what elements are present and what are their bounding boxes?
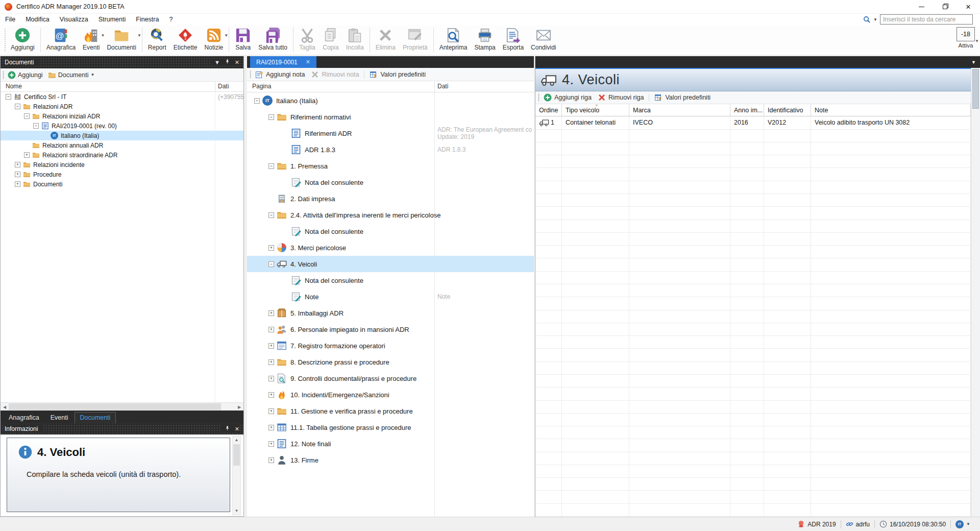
page-item-11-gestione-e-verifica-prassi-e-procedur[interactable]: +11. Gestione e verifica prassi e proced… bbox=[247, 403, 534, 419]
grid-empty-cell[interactable] bbox=[535, 130, 562, 142]
grid-empty-row[interactable] bbox=[535, 142, 971, 155]
grid-empty-cell[interactable] bbox=[629, 284, 730, 297]
grid-empty-cell[interactable] bbox=[562, 414, 629, 426]
grid-empty-row[interactable] bbox=[535, 233, 971, 246]
grid-empty-row[interactable] bbox=[535, 504, 971, 517]
grid-empty-cell[interactable] bbox=[764, 284, 811, 297]
tree-item-relazioni-incidente[interactable]: +Relazioni incidente bbox=[1, 160, 243, 170]
grid-empty-cell[interactable] bbox=[535, 426, 562, 439]
grid-empty-row[interactable] bbox=[535, 439, 971, 452]
grid-empty-cell[interactable] bbox=[562, 168, 629, 180]
elimina-button[interactable]: Elimina bbox=[372, 25, 399, 55]
grid-empty-cell[interactable] bbox=[562, 375, 629, 387]
grid-empty-cell[interactable] bbox=[811, 375, 971, 387]
grid-column-tipo-veicolo[interactable]: ˅Tipo veicolo bbox=[562, 104, 629, 116]
grid-empty-cell[interactable] bbox=[811, 349, 971, 361]
grid-empty-cell[interactable] bbox=[811, 155, 971, 167]
page-item-6-personale-impiegato-in-mansioni-adr[interactable]: +6. Personale impiegato in mansioni ADR bbox=[247, 321, 534, 337]
minimize-button[interactable] bbox=[910, 0, 933, 13]
grid-empty-cell[interactable] bbox=[629, 297, 730, 309]
grid-empty-cell[interactable] bbox=[629, 375, 730, 387]
default-values-button[interactable]: Valori predefiniti bbox=[652, 93, 713, 102]
grid-empty-cell[interactable] bbox=[629, 194, 730, 206]
grid-empty-cell[interactable] bbox=[562, 362, 629, 374]
page-item-12-note-finali[interactable]: +12. Note finali bbox=[247, 436, 534, 452]
grid-empty-cell[interactable] bbox=[764, 426, 811, 439]
anteprima-button[interactable]: Anteprima bbox=[436, 25, 471, 55]
grid-column-identificativo[interactable]: Identificativo bbox=[764, 104, 811, 116]
grid-empty-row[interactable] bbox=[535, 181, 971, 194]
grid-empty-cell[interactable] bbox=[764, 220, 811, 232]
page-item-nota-del-consulente[interactable]: Nota del consulente bbox=[247, 174, 534, 190]
grid-empty-cell[interactable] bbox=[764, 168, 811, 180]
page-item-1-premessa[interactable]: −1. Premessa bbox=[247, 158, 534, 174]
grid-empty-row[interactable] bbox=[535, 478, 971, 491]
chevron-down-icon[interactable]: ▼ bbox=[214, 60, 220, 65]
default-values-button[interactable]: Valori predefiniti bbox=[368, 70, 428, 79]
grid-empty-cell[interactable] bbox=[811, 504, 971, 516]
grid-empty-cell[interactable] bbox=[629, 155, 730, 167]
search-icon[interactable] bbox=[863, 16, 871, 23]
grid-empty-row[interactable] bbox=[535, 284, 971, 297]
grid-empty-cell[interactable] bbox=[764, 194, 811, 206]
column-nome[interactable]: Nome bbox=[6, 83, 22, 90]
grid-empty-cell[interactable] bbox=[562, 478, 629, 490]
grid-empty-row[interactable] bbox=[535, 155, 971, 168]
grid-empty-cell[interactable] bbox=[730, 375, 764, 387]
grid-empty-row[interactable] bbox=[535, 375, 971, 388]
grid-empty-cell[interactable] bbox=[764, 142, 811, 155]
grid-empty-cell[interactable] bbox=[629, 426, 730, 439]
aggiungi-button[interactable]: Aggiungi bbox=[7, 25, 38, 55]
scrollbar-thumb[interactable] bbox=[9, 403, 221, 410]
grid-empty-cell[interactable] bbox=[629, 181, 730, 194]
status-item-adrfu[interactable]: adrfu bbox=[841, 520, 874, 529]
expand-icon[interactable]: + bbox=[268, 457, 274, 463]
grid-empty-cell[interactable] bbox=[730, 478, 764, 490]
collapse-icon[interactable]: − bbox=[15, 104, 20, 109]
grid-empty-cell[interactable] bbox=[629, 310, 730, 323]
grid-empty-cell[interactable] bbox=[535, 181, 562, 194]
page-item-nota-del-consulente[interactable]: Nota del consulente bbox=[247, 223, 534, 239]
page-item-8-descrizione-prassi-e-procedure[interactable]: +8. Descrizione prassi e procedure bbox=[247, 354, 534, 370]
grid-empty-cell[interactable] bbox=[764, 465, 811, 477]
grid-empty-cell[interactable] bbox=[629, 233, 730, 245]
add-note-button[interactable]: Aggiungi nota bbox=[253, 70, 307, 79]
documents-dropdown-button[interactable]: Documenti ▼ bbox=[46, 71, 96, 79]
grid-empty-cell[interactable] bbox=[562, 142, 629, 155]
grid-empty-cell[interactable] bbox=[811, 452, 971, 465]
grid-empty-cell[interactable] bbox=[535, 465, 562, 477]
page-item-9-controlli-documentali-prassi-e-procedu[interactable]: +9. Controlli documentali/prassi e proce… bbox=[247, 370, 534, 387]
left-tree-column-header[interactable]: Nome Dati bbox=[1, 82, 243, 92]
grid-empty-cell[interactable] bbox=[629, 142, 730, 155]
grid-empty-row[interactable] bbox=[535, 310, 971, 323]
stampa-button[interactable]: Stampa bbox=[471, 25, 499, 55]
page-item-riferimenti-adr[interactable]: Riferimenti ADRADR: The European Agreeme… bbox=[247, 125, 534, 141]
grid-empty-cell[interactable] bbox=[811, 323, 971, 335]
grid-empty-cell[interactable] bbox=[730, 401, 764, 413]
column-dati[interactable]: Dati bbox=[437, 83, 448, 90]
grid-empty-cell[interactable] bbox=[535, 504, 562, 516]
esporta-button[interactable]: Esporta bbox=[499, 25, 527, 55]
grid-empty-cell[interactable] bbox=[811, 336, 971, 348]
grid-empty-cell[interactable] bbox=[764, 207, 811, 219]
grid-empty-cell[interactable] bbox=[764, 258, 811, 271]
grid-empty-cell[interactable] bbox=[535, 478, 562, 490]
report-button[interactable]: Report bbox=[144, 25, 170, 55]
grid-empty-cell[interactable] bbox=[730, 504, 764, 516]
column-pagina[interactable]: Pagina bbox=[252, 83, 271, 90]
scrollbar-thumb[interactable] bbox=[972, 69, 979, 109]
grid-cell[interactable]: V2012 bbox=[764, 116, 811, 129]
collapse-icon[interactable]: − bbox=[268, 261, 274, 267]
grid-empty-cell[interactable] bbox=[629, 168, 730, 180]
grid-empty-row[interactable] bbox=[535, 465, 971, 478]
remove-row-button[interactable]: Rimuovi riga bbox=[596, 93, 646, 102]
grid-empty-cell[interactable] bbox=[730, 439, 764, 451]
dropdown-icon[interactable]: ▼ bbox=[224, 33, 228, 38]
proprietà-button[interactable]: Proprietà bbox=[399, 25, 431, 55]
menu-item-[interactable]: ? bbox=[164, 14, 178, 25]
grid-empty-cell[interactable] bbox=[629, 504, 730, 516]
grid-empty-row[interactable] bbox=[535, 297, 971, 310]
left-horizontal-scrollbar[interactable]: ◀ ▶ bbox=[1, 402, 243, 411]
grid-empty-cell[interactable] bbox=[811, 272, 971, 284]
grid-empty-cell[interactable] bbox=[764, 336, 811, 348]
